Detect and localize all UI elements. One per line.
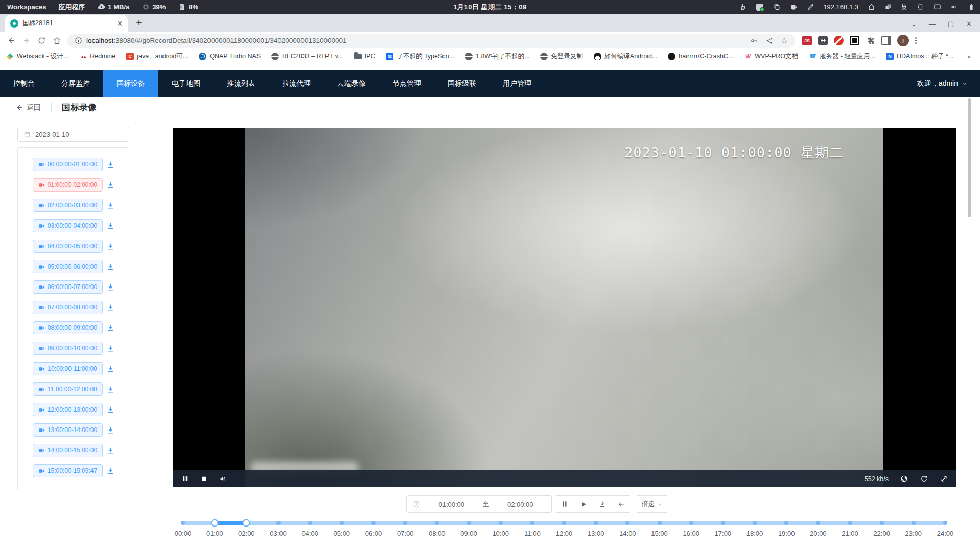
timeline-dot[interactable] <box>625 521 629 525</box>
download-icon[interactable] <box>106 385 115 394</box>
nav-tab[interactable]: 国标级联 <box>434 70 489 97</box>
timeline-dot[interactable] <box>594 521 598 525</box>
timeline-dot[interactable] <box>753 521 757 525</box>
nav-tab[interactable]: 分屏监控 <box>48 70 103 97</box>
timeline-dot[interactable] <box>181 521 185 525</box>
download-icon[interactable] <box>106 446 115 455</box>
recording-range-button[interactable]: 02:00:00-03:00:00 <box>33 199 103 212</box>
pause-icon[interactable] <box>181 474 190 483</box>
scrollbar-thumb[interactable] <box>968 98 971 217</box>
recording-range-button[interactable]: 04:00:00-05:00:00 <box>33 240 103 253</box>
back-button[interactable]: 返回 <box>15 103 41 112</box>
workspace-switcher-icon[interactable] <box>884 3 892 11</box>
timeline-dot[interactable] <box>816 521 820 525</box>
download-icon[interactable] <box>106 425 115 435</box>
volume-icon[interactable] <box>219 474 227 483</box>
download-icon[interactable] <box>106 364 115 373</box>
download-icon[interactable] <box>106 323 115 332</box>
bookmark-item[interactable]: RFC2833 – RTP Ev... <box>271 53 343 60</box>
refresh-icon[interactable] <box>920 474 928 483</box>
display-tray-icon[interactable] <box>933 3 941 11</box>
address-bar[interactable]: localhost:38080/#/gbRecordDetail/3402000… <box>67 34 795 48</box>
tab-search-icon[interactable]: ⌄ <box>911 20 917 27</box>
timeline-dot[interactable] <box>403 521 407 525</box>
nav-tab[interactable]: 节点管理 <box>379 70 434 97</box>
coffee-tray-icon[interactable] <box>789 3 798 11</box>
bookmark-item[interactable]: 1.8W字|了不起的... <box>465 52 529 61</box>
download-icon[interactable] <box>106 180 115 189</box>
download-icon[interactable] <box>106 405 115 414</box>
timeline-dot[interactable] <box>784 521 788 525</box>
recording-range-button[interactable]: 05:00:00-06:00:00 <box>33 260 103 273</box>
timeline-dot[interactable] <box>435 521 439 525</box>
timeline-dot[interactable] <box>658 521 662 525</box>
recording-range-button[interactable]: 14:00:00-15:00:00 <box>33 444 103 457</box>
bookmark-star-icon[interactable]: ☆ <box>781 37 788 45</box>
timeline-dot[interactable] <box>211 519 219 527</box>
time-range-picker[interactable]: 01:00:00 至 02:00:00 <box>406 495 552 513</box>
timeline-dot[interactable] <box>530 521 534 525</box>
snapshot-icon[interactable] <box>900 474 908 483</box>
range-end-input[interactable]: 02:00:00 <box>489 500 552 508</box>
timeline-dot[interactable] <box>912 521 916 525</box>
download-button[interactable] <box>593 495 612 513</box>
js-extension-icon[interactable]: JS <box>802 36 812 45</box>
browser-menu-icon[interactable] <box>915 37 917 44</box>
timeline-dot[interactable] <box>371 521 376 525</box>
fullscreen-icon[interactable] <box>940 474 948 483</box>
nav-tab[interactable]: 控制台 <box>0 70 48 97</box>
video-player[interactable]: 2023-01-10 01:00:00 星期二 552 kb/s <box>173 128 956 487</box>
share-icon[interactable] <box>765 37 774 45</box>
workspaces-button[interactable]: Workspaces <box>7 3 46 11</box>
recording-range-button[interactable]: 11:00:00-12:00:00 <box>33 382 103 396</box>
welcome-menu[interactable]: 欢迎，admin <box>917 79 980 88</box>
bookmark-item[interactable]: 免登录复制 <box>540 52 583 61</box>
timeline-dot[interactable] <box>689 521 693 525</box>
bookmark-item[interactable]: HDAtmos :: 种子 *... <box>886 52 953 61</box>
new-tab-button[interactable]: + <box>132 16 146 30</box>
bookmark-item[interactable]: IPC <box>354 53 376 60</box>
ip-address[interactable]: 192.168.1.3 <box>823 3 858 11</box>
download-icon[interactable] <box>106 262 115 271</box>
home-tray-icon[interactable] <box>867 3 875 11</box>
timeline-dot[interactable] <box>562 521 566 525</box>
applications-menu[interactable]: 应用程序 <box>58 3 85 12</box>
extensions-puzzle-icon[interactable] <box>866 36 875 45</box>
recording-range-button[interactable]: 07:00:00-08:00:00 <box>33 301 103 314</box>
window-maximize-button[interactable]: ▢ <box>948 20 954 27</box>
recording-range-button[interactable]: 13:00:00-14:00:00 <box>33 423 103 437</box>
download-icon[interactable] <box>106 303 115 312</box>
recording-range-button[interactable]: 03:00:00-04:00:00 <box>33 219 103 232</box>
window-close-button[interactable]: ✕ <box>966 20 972 27</box>
timeline-dot[interactable] <box>943 521 947 525</box>
volume-tray-icon[interactable] <box>950 3 958 11</box>
timeline-dot[interactable] <box>276 521 281 525</box>
bookmark-item[interactable]: Webstack - 设计... <box>6 52 68 61</box>
tab-close-icon[interactable]: ✕ <box>116 20 123 27</box>
reload-icon[interactable] <box>35 34 48 47</box>
privacy-extension-icon[interactable] <box>818 36 828 45</box>
window-minimize-button[interactable]: — <box>929 20 936 27</box>
timeline-dot[interactable] <box>499 521 503 525</box>
bookmark-item[interactable]: 如何编译Android... <box>594 52 658 61</box>
site-info-icon[interactable] <box>75 37 82 44</box>
stop-icon[interactable] <box>200 474 208 483</box>
recording-range-button[interactable]: 00:00:00-01:00:00 <box>33 158 103 171</box>
recording-range-button[interactable]: 09:00:00-10:00:00 <box>33 342 103 355</box>
recording-range-button[interactable]: 08:00:00-09:00:00 <box>33 321 103 334</box>
bookmark-item[interactable]: java、android可... <box>126 52 188 61</box>
clock[interactable]: 1月10日 星期二 15：09 <box>453 3 526 12</box>
nav-tab[interactable]: 云端录像 <box>324 70 379 97</box>
download-icon[interactable] <box>106 282 115 292</box>
clipboard-icon[interactable] <box>773 3 781 11</box>
seek-back-button[interactable] <box>612 495 631 513</box>
timeline-dot[interactable] <box>467 521 471 525</box>
bookmark-item[interactable]: QNAP Turbo NAS <box>199 53 261 60</box>
darkreader-extension-icon[interactable] <box>850 36 859 45</box>
play-button[interactable] <box>574 495 593 513</box>
sidebar-toggle-icon[interactable] <box>881 36 891 45</box>
ime-indicator[interactable]: 英 <box>901 3 907 12</box>
browser-tab[interactable]: ◆ 国标28181 ✕ <box>5 15 128 32</box>
bookmarks-overflow-icon[interactable]: » <box>967 53 974 60</box>
timeline-track[interactable] <box>183 521 945 525</box>
